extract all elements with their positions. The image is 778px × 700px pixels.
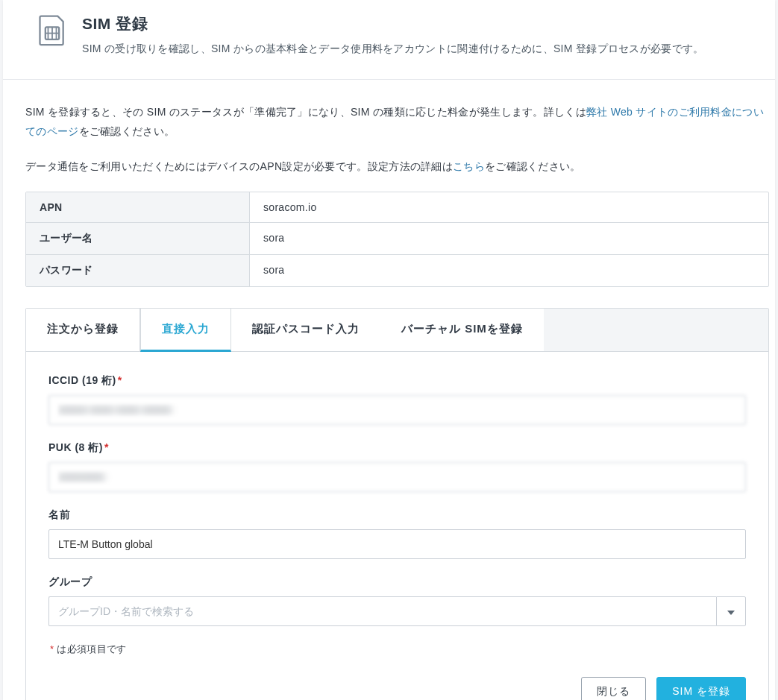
name-input[interactable] — [48, 529, 746, 559]
form-group-name: 名前 — [48, 508, 746, 559]
page-subtitle: SIM の受け取りを確認し、SIM からの基本料金とデータ使用料をアカウントに関… — [82, 40, 704, 58]
required-fields-note: *は必須項目です — [48, 643, 746, 656]
group-label: グループ — [48, 576, 746, 589]
tab-virtual-sim[interactable]: バーチャル SIMを登録 — [380, 309, 544, 351]
panel-body: SIM を登録すると、その SIM のステータスが「準備完了」になり、SIM の… — [3, 80, 775, 700]
apn-settings-link[interactable]: こちら — [453, 160, 485, 172]
apn-val-apn: soracom.io — [250, 192, 768, 222]
info-paragraph-2: データ通信をご利用いただくためにはデバイスのAPN設定が必要です。設定方法の詳細… — [25, 157, 769, 177]
info-p2-post: をご確認ください。 — [485, 160, 581, 172]
tab-content-direct-input: ICCID (19 桁)* PUK (8 桁)* 名前 グループ — [26, 352, 768, 700]
apn-key-user: ユーザー名 — [26, 223, 250, 254]
required-note-text: は必須項目です — [57, 643, 126, 655]
apn-key-apn: APN — [26, 192, 250, 222]
puk-label-text: PUK (8 桁) — [48, 441, 103, 453]
required-mark: * — [50, 643, 54, 655]
tab-direct-input[interactable]: 直接入力 — [140, 309, 231, 352]
required-mark: * — [118, 374, 122, 386]
group-dropdown-button[interactable] — [716, 596, 746, 626]
apn-val-pass: sora — [250, 255, 768, 286]
table-row: パスワード sora — [26, 255, 768, 286]
chevron-down-icon — [727, 605, 735, 617]
table-row: APN soracom.io — [26, 192, 768, 223]
form-group-iccid: ICCID (19 桁)* — [48, 374, 746, 425]
puk-input[interactable] — [48, 462, 746, 492]
form-group-group: グループ — [48, 576, 746, 626]
iccid-label: ICCID (19 桁)* — [48, 374, 746, 388]
apn-settings-table: APN soracom.io ユーザー名 sora パスワード sora — [25, 192, 769, 287]
register-sim-button[interactable]: SIM を登録 — [656, 677, 746, 700]
tab-strip: 注文から登録 直接入力 認証パスコード入力 バーチャル SIMを登録 — [26, 309, 768, 352]
name-label: 名前 — [48, 508, 746, 522]
info-paragraph-1: SIM を登録すると、その SIM のステータスが「準備完了」になり、SIM の… — [25, 102, 769, 142]
info-p1-post: をご確認ください。 — [79, 125, 175, 137]
tab-register-from-order[interactable]: 注文から登録 — [26, 309, 140, 351]
tab-auth-passcode[interactable]: 認証パスコード入力 — [231, 309, 380, 351]
close-button[interactable]: 閉じる — [581, 677, 646, 700]
page-title: SIM 登録 — [82, 13, 704, 34]
sim-register-panel: SIM 登録 SIM の受け取りを確認し、SIM からの基本料金とデータ使用料を… — [3, 0, 775, 700]
iccid-label-text: ICCID (19 桁) — [48, 374, 116, 386]
sim-card-icon — [37, 13, 67, 46]
form-group-puk: PUK (8 桁)* — [48, 441, 746, 492]
info-p1-pre: SIM を登録すると、その SIM のステータスが「準備完了」になり、SIM の… — [25, 106, 586, 118]
header-texts: SIM 登録 SIM の受け取りを確認し、SIM からの基本料金とデータ使用料を… — [82, 13, 704, 58]
apn-key-pass: パスワード — [26, 255, 250, 286]
required-mark: * — [104, 441, 109, 453]
puk-label: PUK (8 桁)* — [48, 441, 746, 455]
iccid-input[interactable] — [48, 395, 746, 425]
footer-buttons: 閉じる SIM を登録 — [48, 677, 746, 700]
info-p2-pre: データ通信をご利用いただくためにはデバイスのAPN設定が必要です。設定方法の詳細… — [25, 160, 453, 172]
table-row: ユーザー名 sora — [26, 223, 768, 255]
group-combobox — [48, 596, 746, 626]
register-tab-box: 注文から登録 直接入力 認証パスコード入力 バーチャル SIMを登録 ICCID… — [25, 308, 769, 700]
group-search-input[interactable] — [48, 596, 716, 626]
panel-header: SIM 登録 SIM の受け取りを確認し、SIM からの基本料金とデータ使用料を… — [3, 0, 775, 80]
apn-val-user: sora — [250, 223, 768, 254]
